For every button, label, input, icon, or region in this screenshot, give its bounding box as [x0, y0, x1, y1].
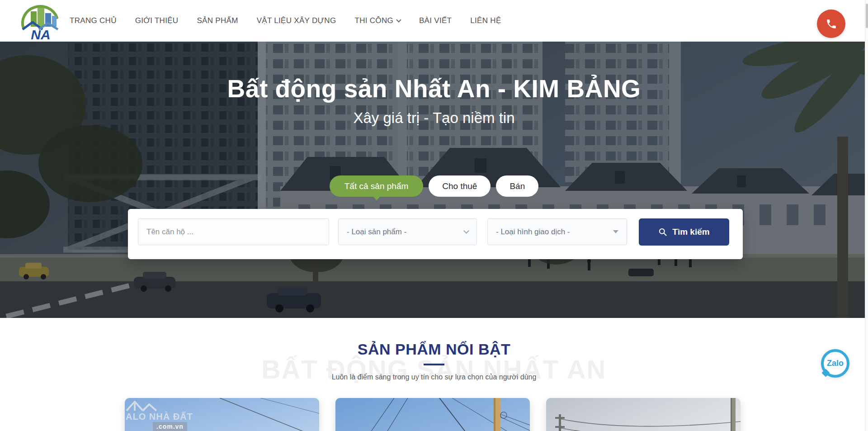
- nav-label: SẢN PHẨM: [197, 16, 238, 25]
- photo-watermark-text: ALO NHÀ ĐẤT: [126, 412, 193, 422]
- section-subtitle: Luôn là điểm sáng trong uy tín cho sự lự…: [0, 373, 868, 381]
- caret-down-icon: [613, 230, 618, 233]
- hero-title: Bất động sản Nhất An - KIM BẢNG: [0, 74, 868, 103]
- nav-label: TRANG CHỦ: [70, 16, 117, 25]
- search-button-label: Tìm kiếm: [672, 227, 709, 237]
- chevron-down-icon: [396, 17, 401, 22]
- hero-content: Bất động sản Nhất An - KIM BẢNG Xây giá …: [0, 42, 868, 318]
- property-search-panel: - Loại sản phẩm - - Loại hình giao dịch …: [128, 209, 743, 259]
- nav-label: LIÊN HỆ: [470, 16, 501, 25]
- nav-item-about[interactable]: GIỚI THIỆU: [135, 16, 179, 25]
- tab-all-products[interactable]: Tất cả sản phẩm: [330, 175, 424, 197]
- nav-item-articles[interactable]: BÀI VIẾT: [419, 16, 452, 25]
- nav-item-products[interactable]: SẢN PHẨM: [197, 16, 238, 25]
- title-underline: [424, 364, 444, 365]
- zalo-logo: Zalo: [827, 359, 844, 368]
- logo-icon: NA: [17, 2, 64, 41]
- nav-label: BÀI VIẾT: [419, 16, 452, 25]
- product-type-select[interactable]: - Loại sản phẩm -: [338, 218, 477, 245]
- nav-label: GIỚI THIỆU: [135, 16, 179, 25]
- photo-watermark-domain: .com.vn: [153, 422, 187, 431]
- nav-item-construction[interactable]: THI CÔNG: [354, 16, 401, 25]
- product-card[interactable]: ALO NHÀ ĐẤT .com.vn: [125, 398, 319, 431]
- logo-monogram: NA: [31, 27, 50, 41]
- apartment-name-input[interactable]: [138, 218, 329, 245]
- product-card[interactable]: [546, 398, 741, 431]
- section-title: SẢN PHẨM NỔI BẬT: [0, 341, 868, 358]
- top-navigation-bar: NA TRANG CHỦ GIỚI THIỆU SẢN PHẨM VẬT LIỆ…: [0, 0, 868, 42]
- tab-for-sale[interactable]: Bán: [496, 175, 538, 197]
- product-type-value: - Loại sản phẩm -: [347, 227, 406, 237]
- featured-products-section: BẤT ĐỘNG SẢN NHẤT AN SẢN PHẨM NỔI BẬT Lu…: [0, 318, 868, 431]
- transaction-type-select[interactable]: - Loại hình giao dịch -: [487, 218, 627, 245]
- hero-subtitle: Xây giá trị - Tạo niềm tin: [0, 109, 868, 127]
- main-menu: TRANG CHỦ GIỚI THIỆU SẢN PHẨM VẬT LIỆU X…: [70, 0, 501, 42]
- nav-item-contact[interactable]: LIÊN HỆ: [470, 16, 501, 25]
- hero-banner: Bất động sản Nhất An - KIM BẢNG Xây giá …: [0, 42, 868, 318]
- call-button[interactable]: [817, 9, 845, 38]
- listing-filter-tabs: Tất cả sản phẩm Cho thuê Bán: [0, 175, 868, 197]
- transaction-type-value: - Loại hình giao dịch -: [496, 227, 570, 237]
- search-button[interactable]: Tìm kiếm: [639, 218, 729, 246]
- page-scrollbar[interactable]: [865, 0, 868, 431]
- listing-photo: [546, 398, 741, 431]
- nav-label: THI CÔNG: [354, 16, 393, 25]
- nav-item-home[interactable]: TRANG CHỦ: [70, 16, 117, 25]
- zalo-contact-button[interactable]: Zalo: [821, 349, 849, 378]
- company-logo[interactable]: NA: [17, 2, 64, 41]
- chevron-down-icon: [463, 228, 469, 234]
- alo-nha-dat-logo-icon: [125, 398, 158, 412]
- product-card-row: ALO NHÀ ĐẤT .com.vn: [125, 398, 741, 431]
- tab-for-rent[interactable]: Cho thuê: [429, 175, 491, 197]
- nav-item-materials[interactable]: VẬT LIỆU XÂY DỰNG: [257, 16, 336, 25]
- nav-label: VẬT LIỆU XÂY DỰNG: [257, 16, 336, 25]
- search-icon: [658, 227, 667, 237]
- phone-icon: [826, 18, 837, 30]
- listing-photo: [335, 398, 530, 431]
- scrollbar-thumb[interactable]: [866, 4, 868, 28]
- product-card[interactable]: [335, 398, 530, 431]
